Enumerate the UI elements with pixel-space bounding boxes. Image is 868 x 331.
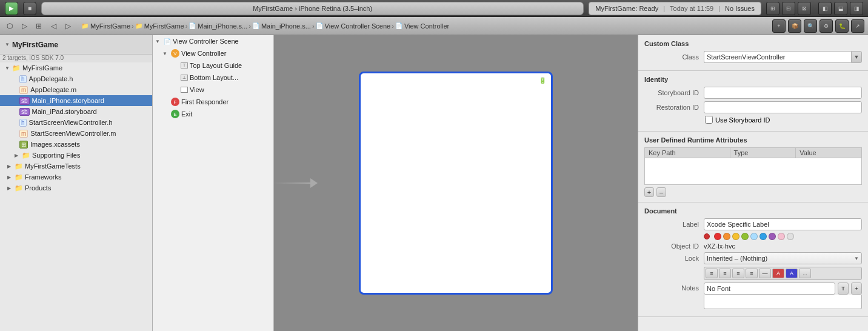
add-file-btn[interactable]: + [772, 19, 786, 33]
class-input[interactable] [704, 51, 851, 63]
file-icon-2: 📄 [252, 22, 259, 29]
align-right-btn[interactable]: ≡ [732, 269, 744, 278]
dash-btn[interactable]: — [759, 269, 771, 278]
lock-arrow: ▼ [854, 256, 859, 261]
color-dot-pink[interactable] [778, 233, 785, 240]
breadcrumb-vc[interactable]: 📄 View Controller [395, 22, 449, 30]
next-btn[interactable]: ▷ [62, 20, 74, 32]
restoration-id-input[interactable] [704, 101, 862, 113]
breadcrumb-storyboard1[interactable]: 📄 Main_iPhone.s... [189, 22, 247, 30]
color-dot-blue[interactable] [760, 233, 767, 240]
class-label: Class [644, 53, 699, 61]
doc-label-input[interactable] [704, 218, 862, 230]
color-dot-blue-light[interactable] [750, 233, 758, 240]
use-storyboard-checkbox[interactable] [705, 116, 713, 124]
notes-text-input[interactable] [704, 295, 862, 309]
sidebar-item-main-iphone[interactable]: sb Main_iPhone.storyboard [0, 95, 152, 106]
color-dot-purple[interactable] [769, 233, 776, 240]
arrow-head [310, 178, 318, 188]
scene-label-vc: View Controller [181, 50, 226, 57]
restoration-id-label: Restoration ID [644, 104, 699, 111]
bug-btn[interactable]: 🐛 [835, 19, 849, 33]
sidebar-item-tests[interactable]: ▶ 📁 MyFirstGameTests [0, 161, 152, 172]
sidebar-item-main-ipad[interactable]: sb Main_iPad.storyboard [0, 106, 152, 117]
first-responder-icon: F [171, 98, 179, 106]
lock-select[interactable]: Inherited – (Nothing) ▼ [704, 252, 862, 264]
scene-exit[interactable]: E Exit [153, 108, 273, 120]
prev-btn[interactable]: ◁ [47, 20, 59, 32]
color-dot-red[interactable] [714, 233, 721, 240]
sidebar-item-appdelegate-h[interactable]: h AppDelegate.h [0, 73, 152, 84]
editor-assistant-btn[interactable]: ⊟ [782, 2, 795, 15]
storyboard-icon-1: sb [19, 97, 30, 105]
color-dot-orange[interactable] [723, 233, 730, 240]
scene-vc-scene[interactable]: ▼ 📄 View Controller Scene [153, 35, 273, 47]
scene-first-responder[interactable]: F First Responder [153, 96, 273, 108]
sidebar-item-supporting[interactable]: ▶ 📁 Supporting Files [0, 150, 152, 161]
device-separator: › [293, 5, 299, 12]
font-display: No Font [704, 283, 835, 295]
arrow-line [274, 182, 310, 184]
debug-toggle-btn[interactable]: ⬓ [834, 2, 847, 15]
breadcrumb-vc-scene[interactable]: 📄 View Controller Scene [316, 22, 391, 30]
breadcrumb-myfirstgame1[interactable]: 📁 MyFirstGame [81, 22, 130, 30]
scene-bottom-layout[interactable]: ⊥ Bottom Layout... [153, 72, 273, 84]
inspector-panel: Custom Class Class ▼ Identity Storyboard… [638, 35, 868, 331]
highlight-red-btn[interactable]: A [772, 269, 784, 278]
back-btn[interactable]: ⬡ [4, 20, 16, 32]
remove-color-btn[interactable] [704, 233, 710, 239]
font-picker-btn[interactable]: T [838, 283, 849, 295]
expand-vc-scene: ▼ [155, 39, 164, 44]
app-name: MyFirstGame [253, 5, 293, 12]
top-bar: ▶ ■ MyFirstGame › iPhone Retina (3.5–inc… [0, 0, 868, 17]
remove-attribute-btn[interactable]: – [656, 187, 666, 197]
align-center-btn[interactable]: ≡ [719, 269, 731, 278]
sidebar-item-frameworks[interactable]: ▶ 📁 Frameworks [0, 172, 152, 182]
storyboard-id-input[interactable] [704, 87, 862, 99]
scene-vc[interactable]: ▼ V View Controller [153, 47, 273, 59]
runtime-table-body [644, 158, 862, 185]
sidebar-item-images[interactable]: ⊞ Images.xcassets [0, 139, 152, 150]
breadcrumb-label-1: MyFirstGame [90, 22, 130, 30]
file-icon-h: h [19, 75, 27, 83]
highlight-blue-btn[interactable]: A [786, 269, 798, 278]
font-size-btn[interactable]: + [851, 283, 862, 295]
breadcrumb-storyboard2[interactable]: 📄 Main_iPhone.s... [252, 22, 311, 30]
sidebar-item-appdelegate-m[interactable]: m AppDelegate.m [0, 84, 152, 95]
color-dot-green[interactable] [741, 233, 749, 240]
play-button[interactable]: ▶ [5, 2, 18, 15]
status-time: Today at 11:59 [670, 5, 713, 12]
scene-icon: 📄 [316, 22, 323, 29]
scene-doc-icon: 📄 [164, 38, 171, 45]
sidebar-label-frameworks: Frameworks [25, 173, 62, 181]
sidebar-item-myfirstgame[interactable]: ▼ 📁 MyFirstGame [0, 62, 152, 73]
share-btn[interactable]: ↗ [851, 19, 864, 33]
scene-label-bottom-layout: Bottom Layout... [190, 74, 238, 81]
align-justify-btn[interactable]: ≡ [746, 269, 758, 278]
forward-btn[interactable]: ▷ [18, 20, 30, 32]
sidebar-item-products[interactable]: ▶ 📁 Products [0, 182, 152, 193]
more-btn[interactable]: ... [799, 269, 811, 278]
breadcrumb-myfirstgame2[interactable]: 📁 MyFirstGame [135, 22, 184, 30]
align-left-btn[interactable]: ≡ [706, 269, 718, 278]
scene-label-vc-scene: View Controller Scene [173, 38, 239, 45]
sidebar-item-startscreen-m[interactable]: m StartScreenViewController.m [0, 128, 152, 139]
color-dot-gray[interactable] [787, 233, 794, 240]
color-dot-yellow[interactable] [732, 233, 739, 240]
inspector-btn[interactable]: 🔍 [804, 19, 817, 33]
settings-btn[interactable]: ⚙ [820, 19, 833, 33]
project-name: MyFirstGame [12, 41, 58, 49]
sidebar-item-project-root[interactable]: ▼ MyFirstGame [0, 35, 152, 55]
add-attribute-btn[interactable]: + [644, 187, 654, 197]
lib-btn[interactable]: 📦 [788, 19, 801, 33]
sidebar-item-startscreen-h[interactable]: h StartScreenViewController.h [0, 117, 152, 128]
inspector-toggle-btn[interactable]: ◨ [850, 2, 863, 15]
grid-btn[interactable]: ⊞ [33, 20, 45, 32]
stop-button[interactable]: ■ [23, 2, 36, 15]
editor-version-btn[interactable]: ⊠ [798, 2, 811, 15]
scene-top-layout[interactable]: ⊤ Top Layout Guide [153, 59, 273, 72]
navigator-toggle-btn[interactable]: ◧ [818, 2, 832, 15]
editor-standard-btn[interactable]: ⊞ [766, 2, 780, 15]
class-dropdown-btn[interactable]: ▼ [851, 51, 862, 63]
scene-view[interactable]: View [153, 84, 273, 96]
